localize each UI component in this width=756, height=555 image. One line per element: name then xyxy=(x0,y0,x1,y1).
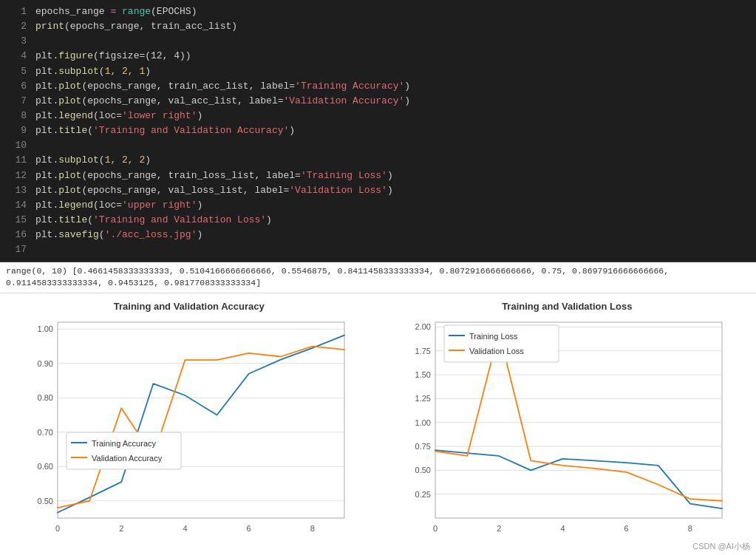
svg-text:Training Accuracy: Training Accuracy xyxy=(92,439,157,448)
svg-text:1.50: 1.50 xyxy=(415,370,431,379)
svg-text:0.25: 0.25 xyxy=(415,489,431,498)
code-line-1: 1 epochs_range = range(EPOCHS) xyxy=(0,4,756,19)
code-line-17: 17 xyxy=(0,242,756,257)
accuracy-chart-title: Training and Validation Accuracy xyxy=(19,301,359,312)
svg-text:1.00: 1.00 xyxy=(415,418,431,426)
code-line-13: 13 plt.plot(epochs_range, val_loss_list,… xyxy=(0,183,756,198)
svg-text:0.50: 0.50 xyxy=(37,496,52,505)
code-line-11: 11 plt.subplot(1, 2, 2) xyxy=(0,153,756,168)
svg-text:8: 8 xyxy=(310,524,315,533)
code-line-6: 6 plt.plot(epochs_range, train_acc_list,… xyxy=(0,79,756,94)
loss-chart-title: Training and Validation Loss xyxy=(397,301,737,312)
charts-area: Training and Validation Accuracy 0.500.6… xyxy=(0,293,756,544)
svg-text:1.25: 1.25 xyxy=(415,394,431,403)
svg-rect-18 xyxy=(67,432,181,469)
svg-text:8: 8 xyxy=(688,524,692,533)
svg-text:6: 6 xyxy=(624,524,629,533)
code-line-10: 10 xyxy=(0,138,756,153)
loss-chart: 0.250.500.751.001.251.501.752.0002468Tra… xyxy=(397,315,737,544)
svg-text:4: 4 xyxy=(561,524,565,533)
svg-text:0.90: 0.90 xyxy=(37,358,52,367)
code-line-8: 8 plt.legend(loc='lower right') xyxy=(0,109,756,123)
svg-text:Training Loss: Training Loss xyxy=(469,332,518,341)
code-line-16: 16 plt.savefig('./acc_loss.jpg') xyxy=(0,228,756,242)
accuracy-chart-container: Training and Validation Accuracy 0.500.6… xyxy=(19,301,359,544)
code-line-3: 3 xyxy=(0,34,756,49)
svg-text:0.60: 0.60 xyxy=(37,462,52,471)
svg-text:0: 0 xyxy=(433,524,437,533)
output-text: range(0, 10) [0.4661458333333333, 0.5104… xyxy=(6,266,669,287)
svg-text:Validation Accuracy: Validation Accuracy xyxy=(92,454,163,463)
svg-text:Validation Loss: Validation Loss xyxy=(469,347,524,355)
code-editor: 1 epochs_range = range(EPOCHS) 2 print(e… xyxy=(0,0,756,262)
svg-text:1.00: 1.00 xyxy=(37,324,52,333)
svg-rect-45 xyxy=(444,325,559,362)
code-line-14: 14 plt.legend(loc='upper right') xyxy=(0,198,756,213)
accuracy-chart: 0.500.600.700.800.901.0002468Training Ac… xyxy=(19,315,359,544)
code-line-7: 7 plt.plot(epochs_range, val_acc_list, l… xyxy=(0,94,756,109)
svg-text:0: 0 xyxy=(55,524,60,533)
svg-text:6: 6 xyxy=(246,524,251,533)
svg-text:4: 4 xyxy=(183,524,187,533)
output-area: range(0, 10) [0.4661458333333333, 0.5104… xyxy=(0,262,756,293)
code-line-15: 15 plt.title('Training and Validation Lo… xyxy=(0,213,756,228)
svg-text:2: 2 xyxy=(497,524,501,533)
code-line-4: 4 plt.figure(figsize=(12, 4)) xyxy=(0,49,756,64)
watermark: CSDN @AI小杨 xyxy=(692,541,750,552)
svg-text:0.70: 0.70 xyxy=(37,427,52,436)
code-line-2: 2 print(epochs_range, train_acc_list) xyxy=(0,19,756,34)
svg-text:2.00: 2.00 xyxy=(415,322,431,331)
code-line-9: 9 plt.title('Training and Validation Acc… xyxy=(0,123,756,138)
code-line-5: 5 plt.subplot(1, 2, 1) xyxy=(0,64,756,79)
svg-text:0.50: 0.50 xyxy=(415,466,431,474)
svg-text:0.75: 0.75 xyxy=(415,442,431,451)
loss-chart-container: Training and Validation Loss 0.250.500.7… xyxy=(397,301,737,544)
svg-text:2: 2 xyxy=(119,524,123,533)
svg-text:0.80: 0.80 xyxy=(37,393,52,402)
svg-text:1.75: 1.75 xyxy=(415,346,431,355)
code-line-12: 12 plt.plot(epochs_range, train_loss_lis… xyxy=(0,168,756,183)
